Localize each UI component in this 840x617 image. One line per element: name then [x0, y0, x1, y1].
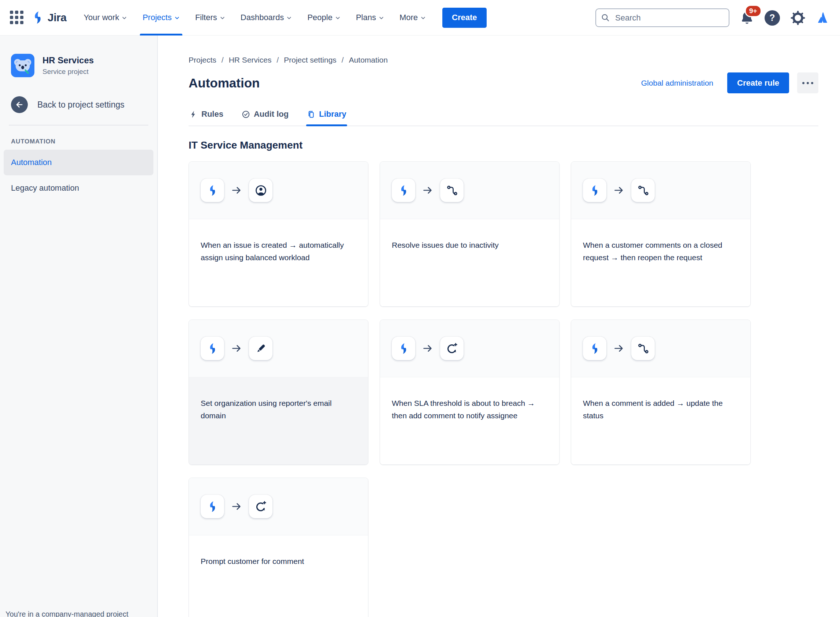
back-to-project-settings[interactable]: Back to project settings [0, 96, 157, 113]
create-rule-button[interactable]: Create rule [727, 72, 789, 93]
atlassian-home-button[interactable] [816, 10, 831, 25]
arrow-right-icon [231, 343, 242, 354]
tab-label: Library [319, 109, 346, 119]
jira-logo[interactable]: Jira [31, 10, 66, 25]
nav-item-more[interactable]: More [392, 0, 433, 35]
action-icon-tile [631, 337, 655, 360]
automation-template-card[interactable]: Set organization using reporter's email … [189, 319, 368, 465]
tab-library[interactable]: Library [306, 109, 347, 125]
automation-template-card[interactable]: Resolve issues due to inactivity [380, 161, 559, 307]
comment-add-icon [255, 500, 267, 513]
nav-item-projects[interactable]: Projects [135, 0, 187, 35]
nav-item-dashboards[interactable]: Dashboards [233, 0, 300, 35]
automation-template-card[interactable]: Prompt customer for comment [189, 478, 368, 617]
project-type: Service project [43, 68, 94, 76]
arrow-left-icon [11, 96, 28, 113]
action-icon-tile [249, 495, 272, 518]
nav-item-your-work[interactable]: Your work [76, 0, 135, 35]
automation-bolt-icon [589, 342, 601, 354]
atlassian-logo-icon [816, 10, 831, 25]
project-header: HR Services Service project [0, 35, 157, 77]
sidebar-item-label: Automation [11, 158, 52, 167]
arrow-right-icon [231, 185, 242, 195]
managed-project-note: You're in a company-managed project [6, 610, 129, 617]
card-icon-strip [571, 162, 750, 219]
sidebar-item-legacy-automation[interactable]: Legacy automation [4, 175, 154, 201]
nav-item-label: More [399, 13, 418, 22]
sidebar-item-automation[interactable]: Automation [4, 150, 154, 175]
nav-item-label: People [307, 13, 333, 22]
breadcrumb-item-automation[interactable]: Automation [349, 56, 388, 64]
card-title: When SLA threshold is about to breach → … [380, 377, 559, 465]
notifications-button[interactable]: 9+ [739, 10, 754, 25]
create-button[interactable]: Create [442, 8, 486, 28]
brand-name: Jira [47, 11, 66, 24]
card-title: Prompt customer for comment [189, 535, 368, 617]
jira-mark-icon [31, 10, 45, 25]
question-mark-icon: ? [769, 12, 775, 23]
top-navigation-bar: Jira Your workProjectsFiltersDashboardsP… [0, 0, 840, 35]
page-actions: Global administration Create rule [641, 72, 818, 93]
search-box [595, 9, 729, 27]
comment-add-icon [446, 342, 458, 354]
arrow-right-icon [231, 501, 242, 512]
arrow-right-icon [423, 185, 433, 195]
card-title: Resolve issues due to inactivity [380, 219, 559, 307]
library-section-title: IT Service Management [189, 139, 818, 151]
automation-bolt-icon [398, 185, 410, 196]
chevron-down-icon [174, 15, 180, 21]
action-icon-tile [631, 179, 655, 202]
global-administration-link[interactable]: Global administration [641, 79, 713, 87]
tab-audit-log[interactable]: Audit log [241, 109, 289, 125]
nav-item-filters[interactable]: Filters [188, 0, 233, 35]
help-button[interactable]: ? [765, 10, 780, 26]
chevron-down-icon [420, 15, 426, 21]
nav-left-cluster: Jira Your workProjectsFiltersDashboardsP… [0, 0, 487, 35]
nav-item-label: Projects [142, 13, 172, 22]
nav-item-plans[interactable]: Plans [348, 0, 392, 35]
automation-bolt-icon [207, 185, 219, 196]
automation-bolt-icon [207, 500, 219, 513]
arrow-right-icon [231, 185, 242, 195]
library-pages-icon [307, 110, 315, 118]
card-icon-strip [380, 320, 559, 377]
automation-template-card[interactable]: When a comment is added → update the sta… [571, 319, 751, 465]
settings-gear-icon [790, 10, 806, 26]
breadcrumb-item-project-settings[interactable]: Project settings [284, 56, 337, 64]
breadcrumb-item-hr-services[interactable]: HR Services [229, 56, 272, 64]
more-options-button[interactable] [797, 72, 818, 93]
automation-template-card[interactable]: When SLA threshold is about to breach → … [380, 319, 559, 465]
card-icon-strip [571, 320, 750, 377]
nav-item-people[interactable]: People [300, 0, 348, 35]
app-switcher-icon[interactable] [9, 10, 24, 25]
search-input[interactable] [595, 9, 729, 27]
trigger-icon-tile [583, 179, 606, 202]
tab-label: Audit log [254, 109, 288, 119]
card-title: Set organization using reporter's email … [189, 377, 368, 465]
chevron-down-icon [220, 15, 225, 21]
jira-mark-icon [31, 10, 45, 25]
ellipsis-icon [802, 82, 813, 84]
nav-item-label: Plans [356, 13, 376, 22]
trigger-icon-tile [201, 495, 224, 518]
trigger-icon-tile [583, 337, 606, 360]
arrow-right-icon [614, 343, 624, 354]
breadcrumb-item-projects[interactable]: Projects [189, 56, 216, 64]
nav-item-label: Dashboards [241, 13, 284, 22]
card-title: When a customer comments on a closed req… [571, 219, 750, 307]
automation-template-card[interactable]: When an issue is created → automatically… [189, 161, 368, 307]
card-title: When an issue is created → automatically… [189, 219, 368, 307]
breadcrumb-separator: / [277, 56, 279, 64]
card-title: When a comment is added → update the sta… [571, 377, 750, 465]
action-icon-tile [249, 337, 272, 360]
trigger-icon-tile [201, 337, 224, 360]
jira-automation-library-screen: Jira Your workProjectsFiltersDashboardsP… [0, 0, 840, 617]
settings-button[interactable] [790, 10, 806, 26]
trigger-icon-tile [392, 179, 415, 202]
action-icon-tile [440, 179, 464, 202]
tab-rules[interactable]: Rules [189, 109, 224, 125]
arrow-right-icon [614, 343, 624, 354]
automation-template-card[interactable]: When a customer comments on a closed req… [571, 161, 751, 307]
back-label: Back to project settings [37, 100, 124, 110]
arrow-right-icon [614, 185, 624, 195]
